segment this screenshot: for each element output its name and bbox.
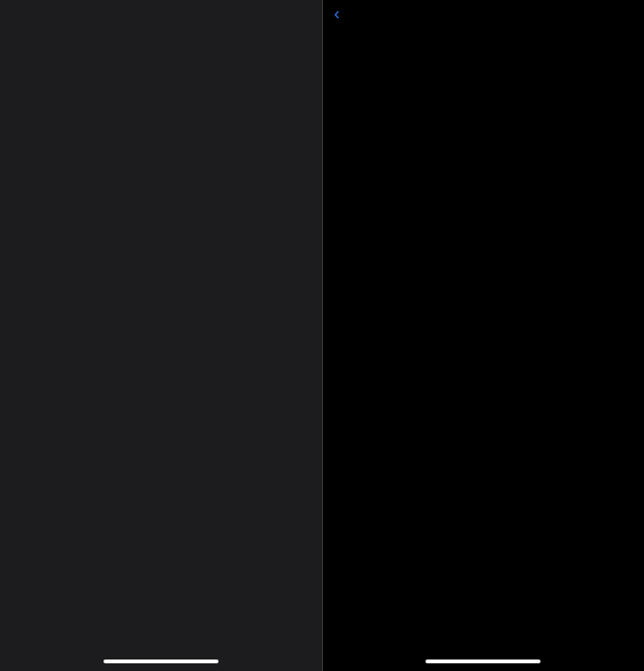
right-bottom-bar: [426, 659, 540, 663]
right-panel: ‹: [323, 0, 645, 671]
back-button[interactable]: ‹: [334, 4, 342, 24]
settings-list: [0, 25, 322, 652]
back-chevron-icon: ‹: [334, 4, 340, 24]
left-bottom-bar: [104, 659, 218, 663]
right-header: ‹: [323, 0, 645, 23]
right-list: [323, 23, 645, 652]
left-panel: [0, 0, 322, 671]
left-panel-title: [0, 0, 322, 25]
